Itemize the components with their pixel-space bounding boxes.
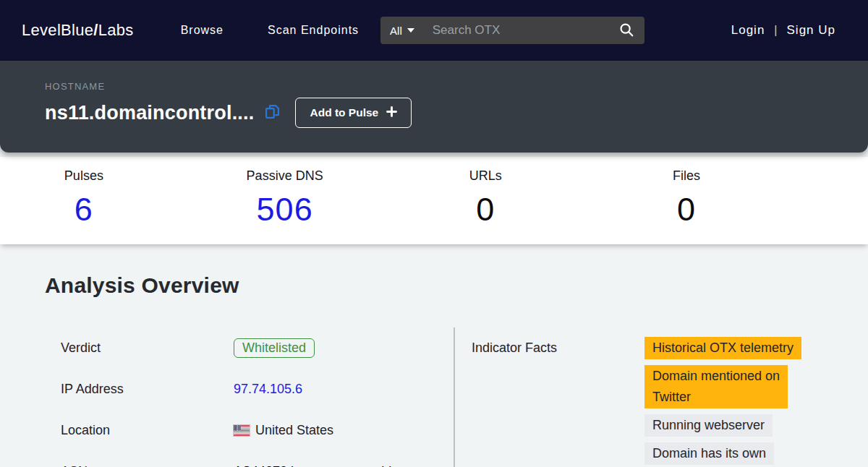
stat-label: Pulses: [0, 168, 184, 184]
copy-hostname-button[interactable]: [263, 102, 282, 124]
plus-icon: [386, 106, 397, 120]
verdict-row: Verdict Whitelisted: [61, 327, 454, 369]
search-scope-label: All: [390, 25, 402, 37]
us-flag-icon: [234, 425, 250, 436]
logo-primary: LevelBlue: [22, 21, 93, 39]
indicator-facts-list: Historical OTX telemetry Domain mentione…: [644, 337, 841, 465]
stat-value: 0: [386, 193, 587, 226]
verdict-label: Verdict: [61, 340, 234, 356]
analysis-left-column: Verdict Whitelisted IP Address 97.74.105…: [0, 327, 454, 467]
indicator-header: HOSTNAME ns11.domaincontrol.... Add to P…: [0, 61, 868, 153]
search-button[interactable]: [618, 22, 634, 40]
stats-columns: Pulses 6 Passive DNS 506 URLs 0 Files 0: [0, 157, 787, 226]
stats-strip: Pulses 6 Passive DNS 506 URLs 0 Files 0: [0, 157, 868, 244]
levelblue-labs-logo[interactable]: LevelBlue/Labs: [22, 21, 134, 40]
indicator-facts-row: Indicator Facts Historical OTX telemetry…: [472, 327, 868, 465]
asn-row: ASN AS44273 host europe gmbh: [61, 451, 454, 467]
stat-value: 0: [586, 193, 787, 226]
location-country: United States: [255, 423, 333, 438]
auth-links: Login | Sign Up: [731, 23, 835, 38]
copy-icon: [263, 102, 282, 124]
search-input[interactable]: [433, 23, 618, 38]
stat-label: Passive DNS: [184, 168, 386, 184]
fact-badge[interactable]: Running webserver: [644, 414, 773, 437]
stat-pulses[interactable]: Pulses 6: [0, 157, 184, 226]
location-row: Location United States: [61, 410, 454, 451]
analysis-columns: Verdict Whitelisted IP Address 97.74.105…: [0, 327, 868, 467]
stat-value: 506: [184, 193, 386, 226]
search-bar: All: [380, 17, 644, 44]
nav-item-scan-endpoints[interactable]: Scan Endpoints: [268, 24, 359, 37]
login-link[interactable]: Login: [731, 23, 765, 38]
search-scope-dropdown[interactable]: All: [390, 25, 414, 37]
indicator-title-row: ns11.domaincontrol.... Add to Pulse: [45, 98, 868, 128]
ip-address-label: IP Address: [61, 382, 234, 397]
page-title: ns11.domaincontrol....: [45, 102, 254, 124]
search-icon: [618, 22, 634, 40]
location-value: United States: [234, 423, 333, 438]
stat-urls[interactable]: URLs 0: [386, 157, 587, 226]
nav-item-browse[interactable]: Browse: [181, 24, 224, 37]
logo-secondary: Labs: [98, 21, 134, 39]
indicator-facts-label: Indicator Facts: [472, 337, 644, 465]
stat-passive-dns[interactable]: Passive DNS 506: [184, 157, 386, 226]
stat-value: 6: [0, 193, 184, 226]
fact-badge[interactable]: Domain mentioned on Twitter: [644, 365, 788, 408]
stat-label: Files: [586, 168, 787, 184]
top-nav: LevelBlue/Labs Browse Scan Endpoints All…: [0, 0, 868, 61]
asn-value: AS44273 host europe gmbh: [234, 464, 396, 467]
add-to-pulse-button[interactable]: Add to Pulse: [295, 98, 412, 128]
stat-files[interactable]: Files 0: [586, 157, 787, 226]
indicator-type-label: HOSTNAME: [45, 81, 868, 92]
analysis-overview-section: Analysis Overview Verdict Whitelisted IP…: [0, 244, 868, 467]
location-label: Location: [61, 423, 234, 438]
auth-divider: |: [774, 24, 777, 37]
asn-label: ASN: [61, 464, 234, 467]
fact-badge[interactable]: Historical OTX telemetry: [644, 337, 801, 359]
stat-label: URLs: [386, 168, 587, 184]
analysis-right-column: Indicator Facts Historical OTX telemetry…: [455, 327, 868, 467]
verdict-badge: Whitelisted: [234, 338, 315, 358]
chevron-down-icon: [407, 28, 414, 33]
ip-address-link[interactable]: 97.74.105.6: [234, 382, 302, 397]
add-to-pulse-label: Add to Pulse: [310, 106, 378, 119]
signup-link[interactable]: Sign Up: [787, 23, 835, 38]
fact-badge[interactable]: Domain has its own: [644, 442, 774, 465]
section-heading: Analysis Overview: [45, 273, 868, 298]
ip-address-row: IP Address 97.74.105.6: [61, 369, 454, 410]
